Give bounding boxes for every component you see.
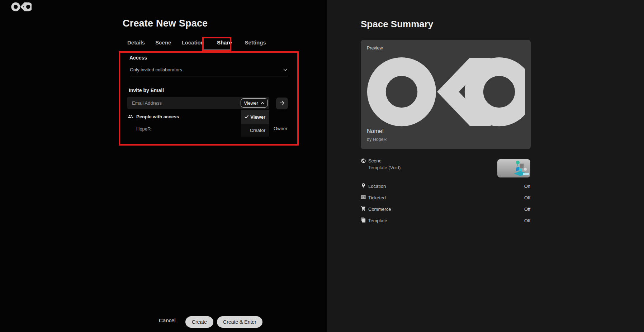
send-invite-button[interactable] <box>276 98 288 109</box>
active-tab-indicator <box>203 49 231 50</box>
access-heading: Access <box>129 55 147 61</box>
cancel-button[interactable]: Cancel <box>159 317 176 323</box>
template-value: Off <box>524 218 530 223</box>
scene-label: Scene <box>368 158 382 163</box>
create-button[interactable]: Create <box>185 316 213 328</box>
role-select-label: Viewer <box>244 100 258 106</box>
create-and-enter-button[interactable]: Create & Enter <box>217 316 262 328</box>
ticketed-value: Off <box>524 195 530 200</box>
arrow-right-icon <box>279 100 285 107</box>
globe-icon <box>361 158 366 165</box>
summary-row-ticketed: Ticketed Off <box>361 194 530 201</box>
access-dropdown[interactable]: Only invited collaborators <box>130 66 288 73</box>
role-option-label: Creator <box>250 128 265 133</box>
summary-row-location: Location On <box>361 183 530 189</box>
people-with-access-heading: People with access <box>128 114 179 119</box>
tab-bar: Details Scene Location Share Settings <box>127 39 266 46</box>
chevron-down-icon <box>283 66 288 73</box>
pages-icon <box>361 217 368 224</box>
role-select-button[interactable]: Viewer <box>241 98 268 108</box>
summary-row-commerce: Commerce Off <box>361 206 530 212</box>
scene-thumbnail <box>497 159 530 177</box>
people-icon <box>128 114 133 119</box>
role-option-creator[interactable]: Creator <box>241 124 269 137</box>
space-summary-panel: Space Summary Preview Name! by HopeR <box>327 0 644 332</box>
create-space-screen: Create New Space Details Scene Location … <box>0 0 644 332</box>
check-icon <box>244 114 249 120</box>
oko-logo <box>11 2 32 11</box>
preview-card: Preview Name! by HopeR <box>361 40 531 149</box>
tab-location[interactable]: Location <box>181 39 204 46</box>
chevron-up-icon <box>260 100 265 106</box>
tab-share[interactable]: Share <box>214 39 235 46</box>
location-value: On <box>524 184 530 189</box>
access-dropdown-value: Only invited collaborators <box>130 67 182 72</box>
role-dropdown-menu: Viewer Creator <box>241 110 269 137</box>
person-name: HopeR <box>136 126 151 132</box>
section-divider <box>130 76 288 76</box>
person-role: Owner <box>274 126 287 131</box>
scene-value: Template (Void) <box>368 165 401 170</box>
preview-label: Preview <box>367 46 383 51</box>
invite-heading: Invite by Email <box>129 87 164 93</box>
summary-row-template: Template Off <box>361 217 530 224</box>
ticket-icon <box>361 194 368 201</box>
commerce-value: Off <box>524 207 530 212</box>
tab-details[interactable]: Details <box>127 39 145 46</box>
tab-scene[interactable]: Scene <box>155 39 171 46</box>
role-option-label: Viewer <box>250 114 265 120</box>
role-option-viewer[interactable]: Viewer <box>241 110 269 124</box>
page-title: Create New Space <box>123 18 208 29</box>
space-name: Name! <box>367 128 384 134</box>
space-byline: by HopeR <box>367 137 387 142</box>
summary-title: Space Summary <box>361 19 433 30</box>
map-pin-icon <box>361 183 368 190</box>
oko-logo-preview <box>366 56 525 129</box>
tab-settings[interactable]: Settings <box>245 39 266 46</box>
cart-icon <box>361 206 368 213</box>
